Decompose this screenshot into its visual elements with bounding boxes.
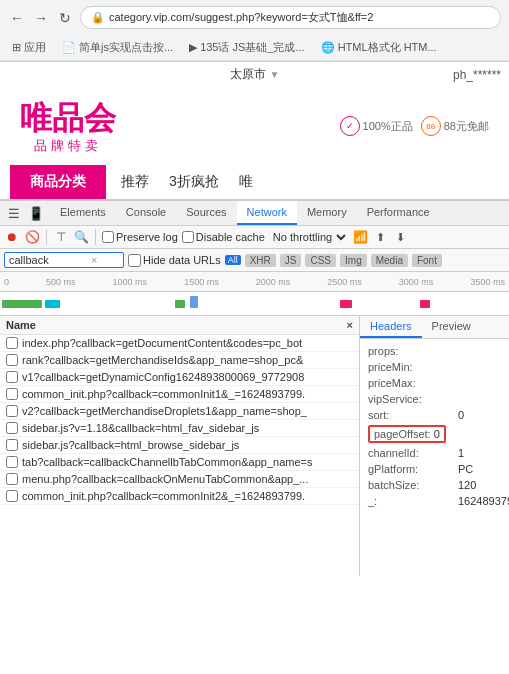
file-checkbox-1[interactable] [6,354,18,366]
detail-row-sort: sort: 0 [368,407,501,423]
detail-row-batchsize: batchSize: 120 [368,477,501,493]
device-toolbar-icon[interactable]: 📱 [26,203,46,223]
file-checkbox-4[interactable] [6,405,18,417]
detail-key-sort: sort: [368,409,458,421]
ruler-labels: 0 500 ms 1000 ms 1500 ms 2000 ms 2500 ms… [4,277,505,287]
forward-button[interactable]: → [32,9,50,27]
lock-icon: 🔒 [91,11,105,24]
file-item-4[interactable]: v2?callback=getMerchandiseDroplets1&app_… [0,403,359,420]
tab-memory[interactable]: Memory [297,201,357,225]
file-item-2[interactable]: v1?callback=getDynamicConfig162489380006… [0,369,359,386]
file-checkbox-2[interactable] [6,371,18,383]
nav-item-more[interactable]: 唯 [239,173,253,191]
user-info: ph_****** [453,68,501,82]
bookmark-js[interactable]: 📄 简单js实现点击按... [58,38,177,57]
detail-row-pricemax: priceMax: [368,375,501,391]
file-checkbox-8[interactable] [6,473,18,485]
devtools: ☰ 📱 Elements Console Sources Network Mem… [0,199,509,576]
location-dropdown-icon[interactable]: ▼ [270,69,280,80]
back-button[interactable]: ← [8,9,26,27]
detail-content: props: priceMin: priceMax: vipService: s… [360,339,509,576]
address-bar[interactable]: 🔒 category.vip.com/suggest.php?keyword=女… [80,6,501,29]
tab-sources[interactable]: Sources [176,201,236,225]
disable-cache-input[interactable] [182,231,194,243]
all-badge[interactable]: All [225,255,241,265]
hide-urls-input[interactable] [128,254,141,267]
disable-cache-checkbox[interactable]: Disable cache [182,231,265,243]
xhr-filter[interactable]: XHR [245,254,276,267]
devtools-tab-bar: ☰ 📱 Elements Console Sources Network Mem… [0,201,509,226]
detail-value-sort: 0 [458,409,464,421]
file-name-3: common_init.php?callback=commonInit1&_=1… [22,388,353,400]
file-checkbox-7[interactable] [6,456,18,468]
img-filter[interactable]: Img [340,254,367,267]
ruler-label-500: 500 ms [46,277,76,287]
file-item-6[interactable]: sidebar.js?callback=html_browse_sidebar_… [0,437,359,454]
bookmark-html-label: HTML格式化 HTM... [338,40,437,55]
reload-button[interactable]: ↻ [56,9,74,27]
tab-elements[interactable]: Elements [50,201,116,225]
bookmark-135[interactable]: ▶ 135话 JS基础_完成... [185,38,309,57]
toolbar-separator-1 [46,229,47,245]
location-bar: 太原市 ▼ ph_****** [0,62,509,87]
record-button[interactable]: ⏺ [4,229,20,245]
tab-network[interactable]: Network [237,201,297,225]
bookmark-html[interactable]: 🌐 HTML格式化 HTM... [317,38,441,57]
preserve-log-checkbox[interactable]: Preserve log [102,231,178,243]
file-item-1[interactable]: rank?callback=getMerchandiseIds&app_name… [0,352,359,369]
media-filter[interactable]: Media [371,254,408,267]
tab-performance[interactable]: Performance [357,201,440,225]
bookmark-apps[interactable]: ⊞ 应用 [8,38,50,57]
file-item-8[interactable]: menu.php?callback=callbackOnMenuTabCommo… [0,471,359,488]
search-input[interactable] [9,254,89,266]
detail-tab-headers[interactable]: Headers [360,316,422,338]
online-icon[interactable]: 📶 [353,229,369,245]
clear-button[interactable]: 🚫 [24,229,40,245]
file-name-4: v2?callback=getMerchandiseDroplets1&app_… [22,405,353,417]
bookmark-js-icon: 📄 [62,41,76,54]
file-checkbox-3[interactable] [6,388,18,400]
vip-header: 唯品会 品牌特卖 ✓ 100%正品 88 88元免邮 [0,87,509,165]
detail-key-pricemax: priceMax: [368,377,458,389]
tab-console[interactable]: Console [116,201,176,225]
file-panel: Name × index.php?callback=getDocumentCon… [0,316,360,576]
detail-key-vipservice: vipService: [368,393,458,405]
file-checkbox-5[interactable] [6,422,18,434]
file-item-0[interactable]: index.php?callback=getDocumentContent&co… [0,335,359,352]
nav-item-recommend[interactable]: 推荐 [121,173,149,191]
preserve-log-input[interactable] [102,231,114,243]
category-button[interactable]: 商品分类 [10,165,106,199]
css-filter[interactable]: CSS [305,254,336,267]
file-checkbox-0[interactable] [6,337,18,349]
search-clear-icon[interactable]: × [91,254,97,266]
close-detail-icon[interactable]: × [347,319,353,331]
search-input-wrap[interactable]: × [4,252,124,268]
nav-item-sale[interactable]: 3折疯抢 [169,173,219,191]
file-item-7[interactable]: tab?callback=callbackChannellbTabCommon&… [0,454,359,471]
file-item-3[interactable]: common_init.php?callback=commonInit1&_=1… [0,386,359,403]
file-checkbox-9[interactable] [6,490,18,502]
detail-row-pricemin: priceMin: [368,359,501,375]
address-text: category.vip.com/suggest.php?keyword=女式T… [109,10,490,25]
search-icon[interactable]: 🔍 [73,229,89,245]
js-filter[interactable]: JS [280,254,302,267]
network-toolbar: ⏺ 🚫 ⊤ 🔍 Preserve log Disable cache No th… [0,226,509,249]
throttle-select[interactable]: No throttling Fast 3G Slow 3G [269,230,349,244]
import-icon[interactable]: ⬆ [373,229,389,245]
detail-tab-preview[interactable]: Preview [422,316,481,338]
filter-icon[interactable]: ⊤ [53,229,69,245]
file-name-6: sidebar.js?callback=html_browse_sidebar_… [22,439,353,451]
hide-urls-checkbox[interactable]: Hide data URLs [128,254,221,267]
ruler-label-3000: 3000 ms [399,277,434,287]
file-item-9[interactable]: common_init.php?callback=commonInit2&_=1… [0,488,359,505]
inspect-element-icon[interactable]: ☰ [4,203,24,223]
font-filter[interactable]: Font [412,254,442,267]
file-checkbox-6[interactable] [6,439,18,451]
file-name-9: common_init.php?callback=commonInit2&_=1… [22,490,353,502]
file-name-8: menu.php?callback=callbackOnMenuTabCommo… [22,473,353,485]
export-icon[interactable]: ⬇ [393,229,409,245]
file-name-2: v1?callback=getDynamicConfig162489380006… [22,371,353,383]
file-item-5[interactable]: sidebar.js?v=1.18&callback=html_fav_side… [0,420,359,437]
timeline-bar-1 [2,300,42,308]
detail-key-props: props: [368,345,458,357]
